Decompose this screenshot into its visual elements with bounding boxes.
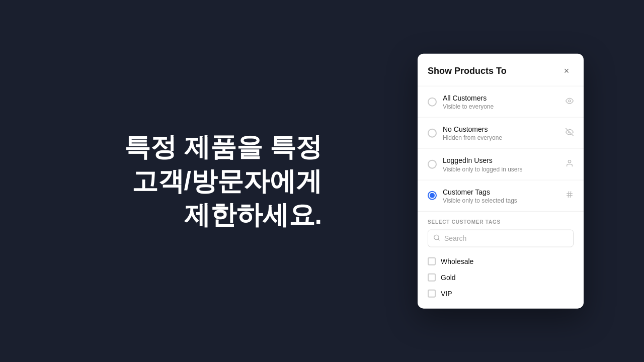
option-desc-customer-tags: Visible only to selected tags (443, 197, 561, 204)
tag-item-wholesale[interactable]: Wholesale (428, 253, 574, 269)
modal-body: All Customers Visible to everyone No Cus… (418, 86, 584, 309)
option-desc-loggedin-users: Visible only to logged in users (443, 165, 561, 172)
eye-slash-icon (566, 128, 574, 138)
option-label-loggedin-users: LoggedIn Users (443, 156, 561, 165)
radio-loggedin-users[interactable] (428, 160, 437, 169)
search-icon (433, 234, 440, 242)
tag-label-vip: VIP (441, 289, 452, 297)
option-text-no-customers: No Customers Hidden from everyone (443, 125, 561, 141)
eye-icon (566, 97, 574, 107)
checkbox-gold[interactable] (428, 273, 436, 281)
user-icon (566, 159, 574, 169)
checkbox-wholesale[interactable] (428, 257, 436, 265)
tag-item-gold[interactable]: Gold (428, 269, 574, 285)
modal-header: Show Products To × (418, 54, 584, 86)
tag-label-wholesale: Wholesale (441, 257, 473, 265)
option-label-no-customers: No Customers (443, 125, 561, 134)
hash-icon (566, 191, 574, 201)
modal-title: Show Products To (428, 65, 507, 76)
hero-text-content: 특정 제품을 특정 고객/방문자에게 제한하세요. (124, 132, 322, 229)
svg-point-0 (569, 100, 571, 102)
tags-section: SELECT CUSTOMER TAGS Wholesale Gold (418, 212, 584, 308)
search-box (428, 229, 574, 247)
radio-customer-tags[interactable] (428, 191, 437, 200)
tags-section-label: SELECT CUSTOMER TAGS (428, 219, 574, 224)
option-customer-tags[interactable]: Customer Tags Visible only to selected t… (418, 180, 584, 211)
svg-line-6 (570, 192, 571, 198)
tag-label-gold: Gold (441, 273, 456, 281)
svg-point-2 (568, 160, 571, 163)
close-button[interactable]: × (559, 64, 574, 78)
tag-item-vip[interactable]: VIP (428, 285, 574, 301)
show-products-modal: Show Products To × All Customers Visible… (418, 54, 584, 309)
option-all-customers[interactable]: All Customers Visible to everyone (418, 86, 584, 118)
option-desc-all-customers: Visible to everyone (443, 103, 561, 110)
checkbox-vip[interactable] (428, 289, 436, 297)
option-text-loggedin-users: LoggedIn Users Visible only to logged in… (443, 156, 561, 172)
hero-text: 특정 제품을 특정 고객/방문자에게 제한하세요. (101, 130, 322, 232)
option-no-customers[interactable]: No Customers Hidden from everyone (418, 118, 584, 149)
option-label-all-customers: All Customers (443, 94, 561, 103)
option-loggedin-users[interactable]: LoggedIn Users Visible only to logged in… (418, 149, 584, 180)
svg-line-8 (438, 239, 440, 240)
radio-all-customers[interactable] (428, 97, 437, 106)
option-text-all-customers: All Customers Visible to everyone (443, 94, 561, 110)
option-label-customer-tags: Customer Tags (443, 187, 561, 196)
radio-no-customers[interactable] (428, 128, 437, 137)
option-desc-no-customers: Hidden from everyone (443, 134, 561, 141)
svg-line-5 (568, 192, 569, 198)
search-input[interactable] (444, 234, 568, 242)
option-text-customer-tags: Customer Tags Visible only to selected t… (443, 187, 561, 204)
